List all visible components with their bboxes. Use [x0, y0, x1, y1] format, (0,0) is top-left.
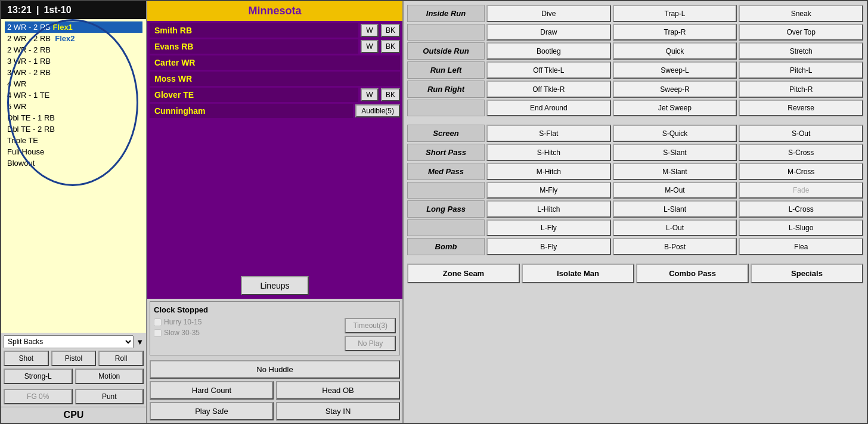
formation-item[interactable]: Blowout — [5, 157, 142, 169]
empty-category — [407, 24, 485, 41]
player-w-btn[interactable]: W — [361, 40, 379, 53]
formation-item[interactable]: 4 WR - 1 TE — [5, 89, 142, 101]
end-around-btn[interactable]: End Around — [486, 100, 611, 116]
shot-button[interactable]: Shot — [4, 351, 49, 366]
player-bk-btn[interactable]: BK — [381, 40, 400, 53]
fg-button[interactable]: FG 0% — [4, 389, 73, 404]
noplay-button[interactable]: No Play — [345, 336, 396, 351]
empty-category3 — [407, 182, 485, 199]
formation-item[interactable]: Full House — [5, 146, 142, 157]
motion-button[interactable]: Motion — [75, 369, 144, 384]
sneak-btn[interactable]: Sneak — [739, 5, 863, 22]
l-cross-btn[interactable]: L-Cross — [739, 200, 863, 218]
s-hitch-btn[interactable]: S-Hitch — [486, 144, 611, 161]
quick-btn[interactable]: Quick — [613, 42, 737, 60]
lineups-button[interactable]: Lineups — [241, 276, 308, 295]
short-pass-row: Short Pass S-Hitch S-Slant S-Cross — [407, 144, 863, 161]
formation-item[interactable]: 3 WR - 2 RB — [5, 67, 142, 78]
long-pass-row: Long Pass L-Hitch L-Slant L-Cross — [407, 200, 863, 218]
draw-btn[interactable]: Draw — [486, 24, 611, 41]
formation-item[interactable]: Dbl TE - 1 RB — [5, 112, 142, 123]
hurry-radio[interactable] — [154, 318, 162, 326]
over-top-btn[interactable]: Over Top — [739, 24, 863, 41]
jet-sweep-btn[interactable]: Jet Sweep — [613, 100, 737, 116]
right-panel: Inside Run Dive Trap-L Sneak Draw Trap-R… — [404, 1, 867, 423]
formation-item[interactable]: 4 WR — [5, 78, 142, 89]
player-audible-btn[interactable]: Audible(5) — [355, 104, 400, 117]
l-hitch-btn[interactable]: L-Hitch — [486, 200, 611, 218]
timeout-button[interactable]: Timeout(3) — [345, 318, 396, 333]
s-cross-btn[interactable]: S-Cross — [739, 144, 863, 161]
stay-in-button[interactable]: Stay IN — [276, 402, 400, 420]
formation-dropdown[interactable]: Split Backs I-Form Shotgun — [4, 335, 134, 348]
down-distance: 1st-10 — [44, 5, 71, 16]
strong-l-button[interactable]: Strong-L — [4, 369, 73, 384]
formation-item[interactable]: 5 WR — [5, 101, 142, 112]
m-out-btn[interactable]: M-Out — [613, 182, 737, 199]
m-fly-row: M-Fly M-Out Fade — [407, 182, 863, 199]
formation-btn-row: Shot Pistol Roll — [4, 351, 144, 366]
hurry-radio-label[interactable]: Hurry 10-15 — [154, 318, 340, 326]
s-quick-btn[interactable]: S-Quick — [613, 125, 737, 142]
short-pass-category: Short Pass — [407, 144, 485, 161]
bomb-category: Bomb — [407, 238, 485, 255]
empty-category4 — [407, 219, 485, 236]
bootleg-btn[interactable]: Bootleg — [486, 42, 611, 60]
l-slugo-btn[interactable]: L-Slugo — [739, 219, 863, 236]
s-out-btn[interactable]: S-Out — [739, 125, 863, 142]
formation-item[interactable]: Dbl TE - 2 RB — [5, 123, 142, 135]
m-cross-btn[interactable]: M-Cross — [739, 163, 863, 180]
reverse-btn[interactable]: Reverse — [739, 100, 863, 116]
formation-item[interactable]: Triple TE — [5, 135, 142, 146]
trap-l-btn[interactable]: Trap-L — [613, 5, 737, 22]
zone-seam-btn[interactable]: Zone Seam — [407, 264, 520, 283]
b-post-btn[interactable]: B-Post — [613, 238, 737, 255]
roll-button[interactable]: Roll — [98, 351, 144, 366]
dive-btn[interactable]: Dive — [486, 5, 611, 22]
l-fly-btn[interactable]: L-Fly — [486, 219, 611, 236]
draw-row: Draw Trap-R Over Top — [407, 24, 863, 41]
pitch-l-btn[interactable]: Pitch-L — [739, 61, 863, 79]
b-fly-btn[interactable]: B-Fly — [486, 238, 611, 255]
fade-btn[interactable]: Fade — [739, 182, 863, 199]
off-tkle-l-btn[interactable]: Off Tkle-L — [486, 61, 611, 79]
player-bk-btn[interactable]: BK — [381, 24, 400, 37]
sweep-r-btn[interactable]: Sweep-R — [613, 81, 737, 98]
specials-btn[interactable]: Specials — [751, 264, 863, 283]
isolate-man-btn[interactable]: Isolate Man — [522, 264, 634, 283]
slow-radio[interactable] — [154, 329, 162, 337]
l-slant-btn[interactable]: L-Slant — [613, 200, 737, 218]
m-fly-btn[interactable]: M-Fly — [486, 182, 611, 199]
off-tkle-r-btn[interactable]: Off Tkle-R — [486, 81, 611, 98]
m-slant-btn[interactable]: M-Slant — [613, 163, 737, 180]
play-safe-button[interactable]: Play Safe — [150, 402, 274, 420]
outside-run-category: Outside Run — [407, 42, 485, 60]
player-bk-btn[interactable]: BK — [381, 88, 400, 101]
trap-r-btn[interactable]: Trap-R — [613, 24, 737, 41]
hard-count-button[interactable]: Hard Count — [150, 381, 274, 400]
formation-item[interactable]: 2 WR - 2 RB Flex2 — [5, 33, 142, 44]
pitch-r-btn[interactable]: Pitch-R — [739, 81, 863, 98]
l-out-btn[interactable]: L-Out — [613, 219, 737, 236]
punt-button[interactable]: Punt — [75, 389, 144, 404]
stretch-btn[interactable]: Stretch — [739, 42, 863, 60]
flea-btn[interactable]: Flea — [739, 238, 863, 255]
s-flat-btn[interactable]: S-Flat — [486, 125, 611, 142]
empty-category2 — [407, 100, 485, 116]
screen-category: Screen — [407, 125, 485, 142]
slow-radio-label[interactable]: Slow 30-35 — [154, 329, 340, 337]
no-huddle-button[interactable]: No Huddle — [150, 360, 400, 379]
head-ob-button[interactable]: Head OB — [276, 381, 400, 400]
player-w-btn[interactable]: W — [361, 24, 379, 37]
formation-item[interactable]: 2 WR - 2 RB Flex1 — [5, 21, 142, 33]
s-slant-btn[interactable]: S-Slant — [613, 144, 737, 161]
pistol-button[interactable]: Pistol — [51, 351, 97, 366]
formation-item[interactable]: 3 WR - 1 RB — [5, 55, 142, 67]
sweep-l-btn[interactable]: Sweep-L — [613, 61, 737, 79]
combo-pass-btn[interactable]: Combo Pass — [636, 264, 749, 283]
m-hitch-btn[interactable]: M-Hitch — [486, 163, 611, 180]
pass-plays-grid: Screen S-Flat S-Quick S-Out Short Pass S… — [407, 125, 863, 255]
player-w-btn[interactable]: W — [361, 88, 379, 101]
formation-list: 2 WR - 2 RB Flex1 2 WR - 2 RB Flex2 2 WR… — [1, 19, 146, 333]
formation-item[interactable]: 2 WR - 2 RB — [5, 44, 142, 55]
